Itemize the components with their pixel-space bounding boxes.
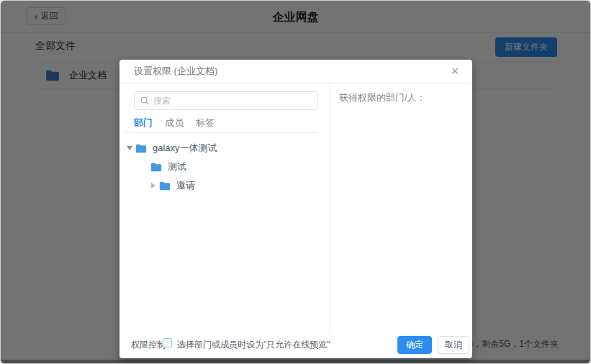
- tab-bar: 部门 成员 标签: [134, 117, 215, 132]
- search-input[interactable]: [153, 96, 317, 106]
- tabs-divider: [125, 132, 318, 133]
- tree-item-test[interactable]: 测试: [119, 158, 330, 176]
- dialog-header: 设置权限 (企业文档) ×: [119, 60, 472, 83]
- close-button[interactable]: ×: [446, 63, 464, 80]
- search-box[interactable]: [134, 91, 318, 110]
- dialog-footer: 权限控制： 选择部门或成员时设为"只允许在线预览" 确定 取消: [119, 331, 472, 358]
- set-permission-dialog: 设置权限 (企业文档) × 部门 成员 标签 galaxy一: [119, 60, 472, 358]
- confirm-button[interactable]: 确定: [397, 336, 432, 354]
- folder-icon: [150, 163, 162, 172]
- online-preview-checkbox-label: 选择部门或成员时设为"只允许在线预览": [177, 339, 330, 351]
- tree-item-label: galaxy一体测试: [153, 142, 217, 155]
- tree-item-label: 测试: [168, 160, 186, 173]
- department-tree: galaxy一体测试 测试 邀请: [119, 139, 330, 195]
- close-icon: ×: [451, 64, 459, 78]
- dialog-title: 设置权限 (企业文档): [134, 60, 217, 83]
- tab-department[interactable]: 部门: [134, 117, 153, 132]
- granted-permissions-label: 获得权限的部门/人：: [339, 91, 426, 104]
- tab-tags[interactable]: 标签: [196, 117, 215, 132]
- panel-divider: [330, 83, 330, 332]
- folder-icon: [159, 181, 171, 191]
- caret-down-icon[interactable]: [124, 146, 135, 150]
- online-preview-checkbox[interactable]: [163, 338, 172, 347]
- search-icon: [140, 96, 149, 105]
- tree-item-invite[interactable]: 邀请: [119, 176, 330, 195]
- folder-icon: [135, 144, 147, 153]
- tree-item-galaxy[interactable]: galaxy一体测试: [119, 139, 330, 158]
- cancel-button[interactable]: 取消: [438, 336, 469, 354]
- tree-item-label: 邀请: [176, 179, 195, 192]
- caret-right-icon[interactable]: [148, 183, 159, 188]
- tab-members[interactable]: 成员: [165, 117, 184, 132]
- enterprise-drive-page: ‹ 返回 企业网盘 全部文件 新建文件夹 企业文档 5G，剩余5G，1个文件夹 …: [0, 0, 591, 364]
